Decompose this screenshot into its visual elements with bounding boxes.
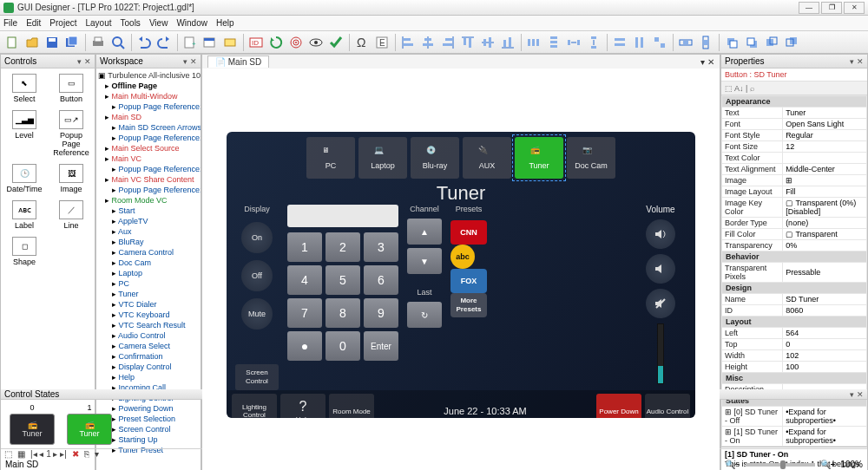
- tree-node[interactable]: ▸ Display Control: [98, 362, 199, 372]
- tb-new-icon[interactable]: [3, 33, 22, 52]
- last-channel-button[interactable]: ↻: [407, 302, 442, 328]
- property-row[interactable]: Font StyleRegular: [722, 130, 867, 141]
- properties-object-name[interactable]: Button : SD Tuner: [721, 69, 867, 82]
- tb-align-top-icon[interactable]: [458, 33, 477, 52]
- panel-close-icon[interactable]: ▾ ✕: [850, 390, 864, 399]
- tree-node[interactable]: ▸ Camera Control: [98, 247, 199, 258]
- property-row[interactable]: NameSD Tuner: [722, 294, 867, 305]
- panel-close-icon[interactable]: ▾ ✕: [850, 57, 864, 66]
- menu-window[interactable]: Window: [176, 18, 207, 28]
- volume-up-button[interactable]: [646, 219, 675, 249]
- source-laptop-button[interactable]: 💻Laptop: [358, 137, 407, 179]
- control-label[interactable]: ᴀʙᴄLabel: [3, 199, 46, 232]
- tb-space-h-icon[interactable]: [564, 33, 583, 52]
- tb-bring-front-icon[interactable]: [722, 33, 741, 52]
- tb-eye-icon[interactable]: [306, 33, 326, 52]
- zoom-out-icon[interactable]: 🔍−: [725, 460, 740, 469]
- keypad-7-button[interactable]: 7: [287, 298, 322, 328]
- property-row[interactable]: Image⊞: [722, 175, 867, 186]
- tree-node[interactable]: ▸ PC: [98, 278, 199, 289]
- tb-id-icon[interactable]: ID: [247, 33, 266, 52]
- volume-mute-button[interactable]: [646, 289, 675, 318]
- preset-abc-button[interactable]: abc: [450, 245, 475, 269]
- property-row[interactable]: ID8060: [722, 305, 867, 317]
- display-on-button[interactable]: On: [241, 222, 273, 253]
- keypad-5-button[interactable]: 5: [326, 265, 360, 295]
- property-row[interactable]: Top0: [722, 339, 867, 350]
- audio-control-button[interactable]: Audio Control: [645, 394, 690, 418]
- zoom-slider[interactable]: [746, 463, 815, 467]
- property-row[interactable]: Text Color: [722, 153, 867, 164]
- tb-saveall-icon[interactable]: [62, 33, 82, 52]
- display-off-button[interactable]: Off: [241, 260, 273, 291]
- tree-node[interactable]: ▸ Main Multi-Window: [98, 91, 199, 101]
- control-image[interactable]: 🖼Image: [49, 162, 93, 195]
- tb-refresh-icon[interactable]: [266, 33, 286, 52]
- display-mute-button[interactable]: Mute: [241, 298, 273, 330]
- control-popup page reference[interactable]: ▭↗Popup Page Reference: [49, 108, 93, 159]
- tree-node[interactable]: ▸ Popup Page Reference1: [98, 133, 199, 143]
- screen-control-button[interactable]: Screen Control: [235, 364, 279, 390]
- panel-close-icon[interactable]: ▾ ✕: [183, 57, 197, 66]
- tree-node[interactable]: ▸ Tuner: [98, 289, 199, 299]
- tree-node[interactable]: ▸ Main SD Screen Arrows: [98, 122, 199, 133]
- tree-node[interactable]: ▸ Doc Cam: [98, 258, 199, 268]
- tree-node[interactable]: ▸ Main Select Source: [98, 143, 199, 153]
- tb-center-h-icon[interactable]: [676, 33, 695, 52]
- menu-view[interactable]: View: [149, 18, 168, 28]
- tb-redo-icon[interactable]: [155, 33, 174, 52]
- window-close-button[interactable]: ✕: [844, 2, 865, 14]
- keypad-1-button[interactable]: 1: [287, 232, 322, 262]
- source-blu-ray-button[interactable]: 💿Blu-ray: [411, 137, 459, 179]
- tb-omega-icon[interactable]: Ω: [352, 33, 372, 52]
- tb-align-vcenter-icon[interactable]: [478, 33, 497, 52]
- states-tool-icon[interactable]: ▦: [17, 449, 25, 459]
- property-row[interactable]: Fill Color▢ Transparent: [722, 229, 867, 240]
- window-maximize-button[interactable]: ❐: [821, 2, 842, 14]
- tb-center-v-icon[interactable]: [696, 33, 715, 52]
- tb-check-icon[interactable]: [326, 33, 345, 52]
- tb-dist-h-icon[interactable]: [524, 33, 543, 52]
- tb-target-icon[interactable]: [286, 33, 306, 52]
- states-copy-icon[interactable]: ⎘: [84, 449, 89, 459]
- control-line[interactable]: ／Line: [49, 199, 93, 232]
- window-minimize-button[interactable]: —: [799, 2, 819, 14]
- tree-node[interactable]: ▸ Laptop: [98, 268, 199, 278]
- keypad-3-button[interactable]: 3: [364, 232, 398, 262]
- source-aux-button[interactable]: 🔌AUX: [463, 137, 511, 179]
- tree-node[interactable]: ▸ Camera Select: [98, 341, 199, 351]
- state-thumb-0[interactable]: 0📻Tuner: [8, 403, 56, 445]
- properties-sort-toolbar[interactable]: ⬚ A↓ | ⌕: [721, 82, 867, 95]
- property-row[interactable]: FontOpen Sans Light: [722, 119, 867, 130]
- tree-node[interactable]: ▸ VTC Search Result: [98, 320, 199, 330]
- tree-node[interactable]: ▸ Main VC: [98, 153, 199, 164]
- preset-cnn-button[interactable]: CNN: [450, 220, 487, 245]
- canvas-menu-icon[interactable]: ▾ ✕: [700, 57, 714, 67]
- tree-node[interactable]: ▸ Confirmation: [98, 351, 199, 362]
- tb-align-left-icon[interactable]: [398, 33, 418, 52]
- property-row[interactable]: Image Key Color▢ Transparent (0%) [Disab…: [722, 198, 867, 218]
- tb-space-v-icon[interactable]: [584, 33, 603, 52]
- tb-same-size-icon[interactable]: [650, 33, 669, 52]
- tree-node[interactable]: ▸ VTC Dialer: [98, 299, 199, 310]
- property-row[interactable]: Width102: [722, 350, 867, 362]
- keypad-8-button[interactable]: 8: [326, 298, 360, 328]
- tree-node[interactable]: ▸ AppleTV: [98, 216, 199, 226]
- power-down-button[interactable]: Power Down: [596, 394, 641, 418]
- tree-node[interactable]: ▸ Main VC Share Content: [98, 174, 199, 185]
- control-level[interactable]: ▁▃▅Level: [3, 108, 46, 159]
- property-row[interactable]: Left564: [722, 328, 867, 339]
- property-row[interactable]: Border Type(none): [722, 218, 867, 229]
- preset-more-button[interactable]: More Presets: [450, 293, 487, 317]
- panel-close-icon[interactable]: ▾ ✕: [77, 57, 91, 66]
- volume-down-button[interactable]: [646, 254, 675, 284]
- tb-e-icon[interactable]: E: [372, 33, 391, 52]
- property-row[interactable]: Text AlignmentMiddle-Center: [722, 164, 867, 175]
- control-button[interactable]: ▭Button: [49, 72, 93, 105]
- tb-same-width-icon[interactable]: [610, 33, 629, 52]
- keypad-9-button[interactable]: 9: [364, 298, 398, 328]
- tb-align-hcenter-icon[interactable]: [418, 33, 437, 52]
- tb-send-back-icon[interactable]: [742, 33, 761, 52]
- menu-file[interactable]: File: [3, 18, 17, 28]
- keypad-4-button[interactable]: 4: [287, 265, 322, 295]
